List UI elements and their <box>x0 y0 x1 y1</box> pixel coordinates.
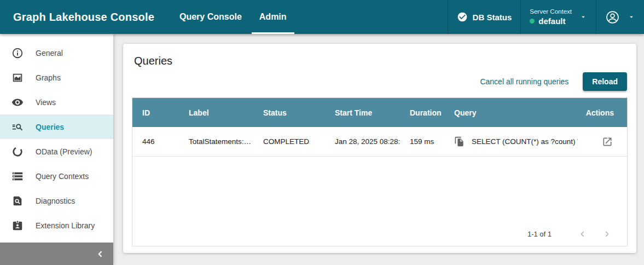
db-status-label: DB Status <box>473 13 512 22</box>
column-header-actions: Actions <box>578 98 627 127</box>
sidebar-item-label: Views <box>36 98 56 107</box>
sidebar-item-label: Query Contexts <box>36 172 89 181</box>
cell-status: COMPLETED <box>253 127 325 156</box>
pagination-range-label: 1-1 of 1 <box>527 230 552 238</box>
sidebar-item-label: OData (Preview) <box>36 147 92 156</box>
eye-icon <box>11 96 24 108</box>
sidebar-item-extension-library[interactable]: Extension Library <box>0 213 113 238</box>
server-context-value-row: default <box>530 16 572 26</box>
sidebar-item-queries[interactable]: Queries <box>0 114 113 139</box>
sidebar-item-label: General <box>36 49 63 57</box>
server-context-label: Server Context <box>530 8 572 15</box>
queries-table: ID Label Status Start Time Duration Quer… <box>132 97 628 246</box>
top-nav: Query Console Admin <box>171 0 295 34</box>
cancel-all-running-queries-link[interactable]: Cancel all running queries <box>480 77 568 86</box>
chevron-down-icon <box>620 13 635 21</box>
server-context-text: Server Context default <box>530 8 572 26</box>
nav-admin[interactable]: Admin <box>251 0 295 34</box>
table-toolbar: Cancel all running queries Reload <box>123 72 627 91</box>
sidebar-item-general[interactable]: General <box>0 41 113 65</box>
column-header-start-time: Start Time <box>325 98 400 127</box>
cell-start-time: Jan 28, 2025 08:28:07 <box>325 127 400 156</box>
pagination-prev-button[interactable] <box>570 229 595 239</box>
badge-icon <box>11 220 24 232</box>
queries-panel: Queries Cancel all running queries Reloa… <box>123 44 636 253</box>
table-pagination: 1-1 of 1 <box>132 222 627 246</box>
query-text: SELECT (COUNT(*) as ?count) WHERE <box>472 137 578 146</box>
page-title: Queries <box>134 55 636 67</box>
column-header-label: Label <box>179 98 253 127</box>
table-row: 446 TotalStatements:… COMPLETED Jan 28, … <box>132 127 627 157</box>
manage-search-icon <box>11 121 24 133</box>
status-dot <box>530 19 535 24</box>
info-icon <box>11 47 24 59</box>
cell-id: 446 <box>132 127 179 156</box>
table-header-row: ID Label Status Start Time Duration Quer… <box>132 98 627 127</box>
open-query-button[interactable] <box>602 136 613 147</box>
sidebar-item-label: Extension Library <box>36 221 95 230</box>
nav-admin-label: Admin <box>259 12 287 22</box>
copy-query-button[interactable] <box>454 136 465 147</box>
sidebar-item-odata[interactable]: OData (Preview) <box>0 139 113 164</box>
cell-label: TotalStatements:… <box>179 127 253 156</box>
db-status-button[interactable]: DB Status <box>448 0 521 34</box>
sidebar-item-diagnostics[interactable]: Diagnostics <box>0 188 113 213</box>
reload-button[interactable]: Reload <box>583 72 627 91</box>
sidebar-collapse-button[interactable] <box>0 243 113 265</box>
area-chart-icon <box>11 72 24 84</box>
sidebar-item-query-contexts[interactable]: Query Contexts <box>0 164 113 188</box>
chevron-right-icon <box>602 229 612 239</box>
chevron-down-icon <box>579 13 587 21</box>
chevron-left-icon <box>578 229 587 239</box>
copy-icon <box>454 136 465 147</box>
account-menu[interactable] <box>596 0 644 34</box>
server-context-value: default <box>538 16 565 26</box>
column-header-id: ID <box>132 98 179 127</box>
sidebar-item-views[interactable]: Views <box>0 90 113 114</box>
nav-query-console-label: Query Console <box>179 12 242 22</box>
table-empty-area <box>132 157 627 222</box>
open-in-new-icon <box>602 136 613 147</box>
sidebar: General Graphs Views Queries OData (Prev… <box>0 34 113 265</box>
nav-query-console[interactable]: Query Console <box>171 0 251 34</box>
account-circle-icon <box>605 10 620 25</box>
sidebar-item-graphs[interactable]: Graphs <box>0 65 113 90</box>
sidebar-item-label: Diagnostics <box>36 197 75 205</box>
cell-query: SELECT (COUNT(*) as ?count) WHERE <box>444 127 578 156</box>
top-bar: Graph Lakehouse Console Query Console Ad… <box>0 0 644 34</box>
column-header-status: Status <box>253 98 325 127</box>
storage-icon <box>11 170 24 182</box>
server-context-dropdown[interactable]: Server Context default <box>520 0 596 34</box>
cell-actions <box>578 127 627 156</box>
odata-circle-icon <box>11 146 24 158</box>
sidebar-item-label: Queries <box>36 123 64 131</box>
pagination-next-button[interactable] <box>595 229 619 239</box>
top-bar-right: DB Status Server Context default <box>448 0 644 34</box>
document-search-icon <box>11 195 24 207</box>
cell-duration: 159 ms <box>400 127 444 156</box>
check-circle-icon <box>457 11 468 22</box>
sidebar-item-label: Graphs <box>36 73 61 82</box>
app-title: Graph Lakehouse Console <box>0 0 154 34</box>
column-header-duration: Duration <box>400 98 444 127</box>
column-header-query: Query <box>444 98 578 127</box>
chevron-left-icon <box>95 249 105 259</box>
